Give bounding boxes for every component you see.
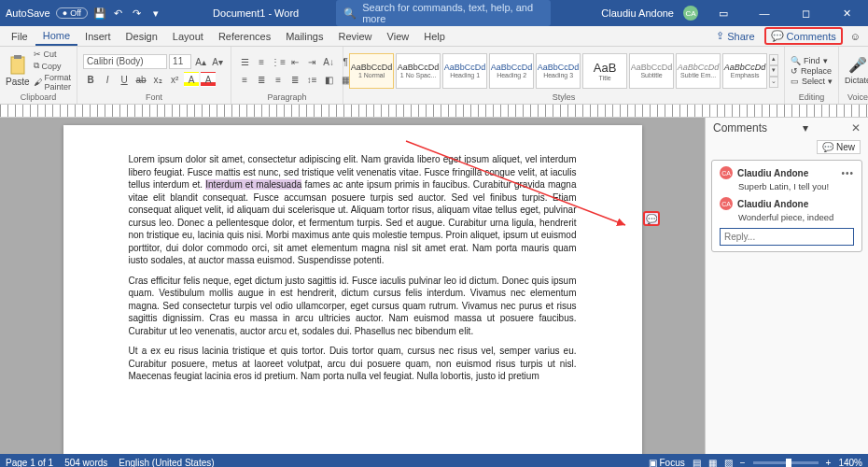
- comment-thread[interactable]: CA Claudiu Andone ••• Superb Latin, I te…: [711, 160, 862, 252]
- comment-reply-input[interactable]: [720, 228, 854, 246]
- comments-button[interactable]: 💬 Comments: [764, 27, 843, 45]
- dictate-button[interactable]: 🎤 Dictate: [845, 56, 868, 85]
- grow-font-icon[interactable]: A▴: [193, 54, 208, 69]
- font-size-select[interactable]: 11: [169, 54, 191, 69]
- tab-insert[interactable]: Insert: [77, 28, 119, 45]
- paste-button[interactable]: Paste: [6, 54, 30, 87]
- maximize-icon[interactable]: ◻: [790, 7, 821, 20]
- align-right-button[interactable]: ≡: [271, 72, 286, 87]
- superscript-button[interactable]: x²: [167, 72, 182, 87]
- new-comment-button[interactable]: 💬 New: [817, 140, 861, 154]
- zoom-level[interactable]: 140%: [838, 458, 862, 468]
- tab-help[interactable]: Help: [416, 28, 453, 45]
- style-emphasis[interactable]: AaBbCcDdEmphasis: [722, 53, 767, 89]
- style-title[interactable]: AaBTitle: [582, 53, 627, 89]
- view-web-icon[interactable]: ▨: [724, 458, 733, 468]
- tab-design[interactable]: Design: [119, 28, 165, 45]
- increase-indent-button[interactable]: ⇥: [304, 54, 319, 69]
- numbering-button[interactable]: ≡: [254, 54, 269, 69]
- view-print-icon[interactable]: ▦: [708, 458, 717, 468]
- comment-item: CA Claudiu Andone Wonderful piece, indee…: [720, 197, 854, 222]
- style-heading2[interactable]: AaBbCcDdHeading 2: [489, 53, 534, 89]
- status-words[interactable]: 504 words: [64, 458, 107, 468]
- replace-button[interactable]: ↺Replace: [791, 66, 833, 76]
- find-button[interactable]: 🔍Find ▾: [791, 56, 833, 65]
- comment-avatar: CA: [720, 197, 733, 210]
- style-heading1[interactable]: AaBbCcDdHeading 1: [442, 53, 487, 89]
- autosave-label: AutoSave: [6, 7, 50, 19]
- bullets-button[interactable]: ☰: [237, 54, 252, 69]
- para-2[interactable]: Cras efficitur felis neque, eget dictum …: [129, 275, 577, 338]
- styles-expand-icon[interactable]: ⌄: [769, 77, 778, 88]
- cut-button[interactable]: ✂Cut: [34, 50, 72, 59]
- tab-references[interactable]: References: [211, 28, 278, 45]
- style-subtle-em[interactable]: AaBbCcDdSubtle Em...: [676, 53, 721, 89]
- tab-view[interactable]: View: [380, 28, 417, 45]
- ribbon-display-icon[interactable]: ▭: [707, 7, 739, 20]
- zoom-in-icon[interactable]: +: [826, 458, 832, 468]
- highlight-color-button[interactable]: A: [184, 72, 199, 87]
- align-center-button[interactable]: ≣: [254, 72, 269, 87]
- shading-button[interactable]: ◧: [321, 72, 336, 87]
- format-painter-button[interactable]: 🖌Format Painter: [34, 73, 72, 92]
- inline-comment-marker[interactable]: 💬: [643, 211, 660, 226]
- redo-icon[interactable]: ↷: [131, 7, 144, 20]
- tab-file[interactable]: File: [4, 28, 35, 45]
- comment-icon: 💬: [771, 30, 784, 42]
- para-3[interactable]: Ut a ex eu risus lacinia tristique et qu…: [129, 345, 577, 383]
- select-button[interactable]: ▭Select ▾: [791, 77, 833, 86]
- subscript-button[interactable]: x₂: [150, 72, 165, 87]
- avatar[interactable]: CA: [683, 6, 698, 21]
- highlighted-text[interactable]: Interdum et malesuada: [205, 179, 301, 190]
- tab-layout[interactable]: Layout: [165, 28, 211, 45]
- style-heading3[interactable]: AaBbCcDdHeading 3: [536, 53, 581, 89]
- close-icon[interactable]: ✕: [831, 7, 862, 20]
- strike-button[interactable]: ab: [133, 72, 148, 87]
- view-read-icon[interactable]: ▤: [693, 458, 701, 468]
- status-page[interactable]: Page 1 of 1: [6, 458, 53, 468]
- sort-button[interactable]: A↓: [321, 54, 336, 69]
- font-color-button[interactable]: A: [201, 72, 216, 87]
- status-language[interactable]: English (United States): [119, 458, 214, 468]
- minimize-icon[interactable]: —: [749, 7, 780, 19]
- autosave-toggle[interactable]: ● Off: [56, 7, 88, 19]
- shrink-font-icon[interactable]: A▾: [210, 54, 225, 69]
- focus-mode-button[interactable]: ▣ Focus: [649, 458, 685, 468]
- comments-pane: Comments ▾ ✕ 💬 New CA Claudiu Andone •••…: [705, 118, 868, 454]
- horizontal-ruler[interactable]: [0, 105, 868, 118]
- line-spacing-button[interactable]: ↕≡: [304, 72, 319, 87]
- copy-button[interactable]: ⧉Copy: [34, 61, 72, 71]
- page[interactable]: Lorem ipsum dolor sit amet, consectetur …: [63, 125, 642, 454]
- replace-icon: ↺: [791, 66, 798, 76]
- comments-pane-close-icon[interactable]: ✕: [851, 121, 861, 134]
- style-no-spacing[interactable]: AaBbCcDd1 No Spac...: [396, 53, 441, 89]
- style-normal[interactable]: AaBbCcDd1 Normal: [349, 53, 394, 89]
- underline-button[interactable]: U: [117, 72, 132, 87]
- zoom-out-icon[interactable]: −: [740, 458, 746, 468]
- save-icon[interactable]: 💾: [93, 7, 106, 20]
- justify-button[interactable]: ≣: [287, 72, 302, 87]
- zoom-slider[interactable]: [753, 461, 819, 464]
- tab-home[interactable]: Home: [35, 27, 77, 46]
- italic-button[interactable]: I: [100, 72, 115, 87]
- undo-icon[interactable]: ↶: [112, 7, 125, 20]
- style-subtitle[interactable]: AaBbCcDdSubtitle: [629, 53, 674, 89]
- bold-button[interactable]: B: [83, 72, 98, 87]
- share-button[interactable]: ⇪ Share: [710, 28, 760, 44]
- search-input[interactable]: 🔍 Search for commands, text, help, and m…: [336, 0, 551, 26]
- tab-mailings[interactable]: Mailings: [278, 28, 330, 45]
- comments-pane-settings-icon[interactable]: ▾: [803, 121, 808, 134]
- comment-more-icon[interactable]: •••: [841, 168, 854, 178]
- styles-scroll-down-icon[interactable]: ▾: [769, 65, 778, 77]
- tab-review[interactable]: Review: [331, 28, 380, 45]
- para-1[interactable]: Lorem ipsum dolor sit amet, consectetur …: [129, 153, 577, 267]
- user-name[interactable]: Claudiu Andone: [601, 7, 674, 19]
- align-left-button[interactable]: ≡: [237, 72, 252, 87]
- document-area[interactable]: 💬 Lorem ipsum dolor sit amet, consectetu…: [0, 118, 705, 454]
- qat-customize-icon[interactable]: ▾: [149, 7, 162, 20]
- multilevel-button[interactable]: ⋮≡: [271, 54, 286, 69]
- font-family-select[interactable]: Calibri (Body): [83, 54, 167, 69]
- styles-scroll-up-icon[interactable]: ▴: [769, 54, 778, 65]
- decrease-indent-button[interactable]: ⇤: [287, 54, 302, 69]
- smiley-feedback-icon[interactable]: ☺: [847, 31, 864, 42]
